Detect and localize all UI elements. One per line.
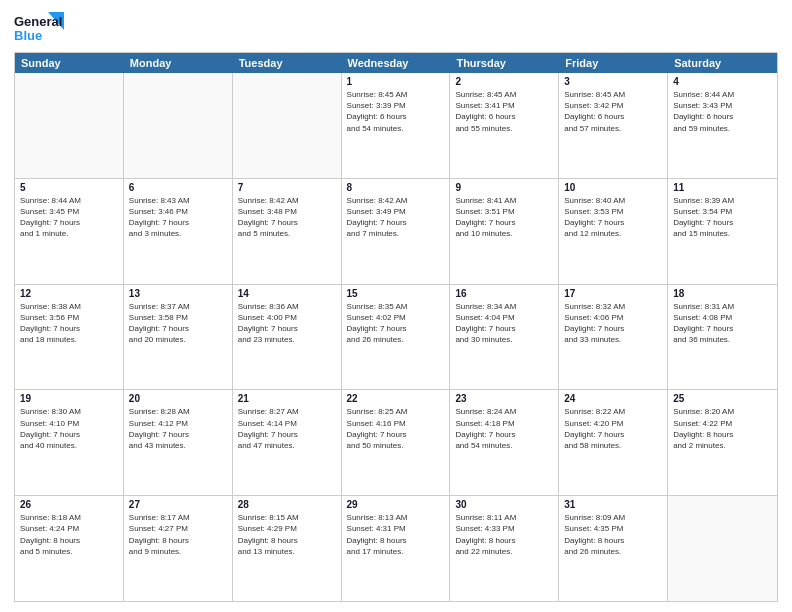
day-info: Sunrise: 8:31 AM Sunset: 4:08 PM Dayligh… xyxy=(673,301,772,346)
day-cell-3: 3Sunrise: 8:45 AM Sunset: 3:42 PM Daylig… xyxy=(559,73,668,178)
day-number: 27 xyxy=(129,499,227,510)
day-cell-25: 25Sunrise: 8:20 AM Sunset: 4:22 PM Dayli… xyxy=(668,390,777,495)
day-number: 31 xyxy=(564,499,662,510)
day-info: Sunrise: 8:25 AM Sunset: 4:16 PM Dayligh… xyxy=(347,406,445,451)
day-cell-28: 28Sunrise: 8:15 AM Sunset: 4:29 PM Dayli… xyxy=(233,496,342,601)
day-info: Sunrise: 8:20 AM Sunset: 4:22 PM Dayligh… xyxy=(673,406,772,451)
week-row-1: 1Sunrise: 8:45 AM Sunset: 3:39 PM Daylig… xyxy=(15,73,777,178)
day-header-saturday: Saturday xyxy=(668,53,777,73)
day-number: 22 xyxy=(347,393,445,404)
day-info: Sunrise: 8:36 AM Sunset: 4:00 PM Dayligh… xyxy=(238,301,336,346)
day-info: Sunrise: 8:42 AM Sunset: 3:49 PM Dayligh… xyxy=(347,195,445,240)
day-info: Sunrise: 8:37 AM Sunset: 3:58 PM Dayligh… xyxy=(129,301,227,346)
day-info: Sunrise: 8:30 AM Sunset: 4:10 PM Dayligh… xyxy=(20,406,118,451)
day-cell-12: 12Sunrise: 8:38 AM Sunset: 3:56 PM Dayli… xyxy=(15,285,124,390)
day-info: Sunrise: 8:17 AM Sunset: 4:27 PM Dayligh… xyxy=(129,512,227,557)
day-number: 11 xyxy=(673,182,772,193)
day-number: 7 xyxy=(238,182,336,193)
week-row-2: 5Sunrise: 8:44 AM Sunset: 3:45 PM Daylig… xyxy=(15,178,777,284)
logo-icon: GeneralBlue xyxy=(14,10,64,46)
day-info: Sunrise: 8:18 AM Sunset: 4:24 PM Dayligh… xyxy=(20,512,118,557)
day-cell-26: 26Sunrise: 8:18 AM Sunset: 4:24 PM Dayli… xyxy=(15,496,124,601)
day-number: 9 xyxy=(455,182,553,193)
day-number: 17 xyxy=(564,288,662,299)
day-info: Sunrise: 8:28 AM Sunset: 4:12 PM Dayligh… xyxy=(129,406,227,451)
day-cell-9: 9Sunrise: 8:41 AM Sunset: 3:51 PM Daylig… xyxy=(450,179,559,284)
day-cell-20: 20Sunrise: 8:28 AM Sunset: 4:12 PM Dayli… xyxy=(124,390,233,495)
day-cell-31: 31Sunrise: 8:09 AM Sunset: 4:35 PM Dayli… xyxy=(559,496,668,601)
day-cell-19: 19Sunrise: 8:30 AM Sunset: 4:10 PM Dayli… xyxy=(15,390,124,495)
day-info: Sunrise: 8:43 AM Sunset: 3:46 PM Dayligh… xyxy=(129,195,227,240)
day-number: 16 xyxy=(455,288,553,299)
day-cell-6: 6Sunrise: 8:43 AM Sunset: 3:46 PM Daylig… xyxy=(124,179,233,284)
day-info: Sunrise: 8:34 AM Sunset: 4:04 PM Dayligh… xyxy=(455,301,553,346)
day-cell-17: 17Sunrise: 8:32 AM Sunset: 4:06 PM Dayli… xyxy=(559,285,668,390)
day-number: 29 xyxy=(347,499,445,510)
day-cell-1: 1Sunrise: 8:45 AM Sunset: 3:39 PM Daylig… xyxy=(342,73,451,178)
day-cell-22: 22Sunrise: 8:25 AM Sunset: 4:16 PM Dayli… xyxy=(342,390,451,495)
week-row-4: 19Sunrise: 8:30 AM Sunset: 4:10 PM Dayli… xyxy=(15,389,777,495)
day-number: 6 xyxy=(129,182,227,193)
svg-text:General: General xyxy=(14,14,62,29)
day-cell-29: 29Sunrise: 8:13 AM Sunset: 4:31 PM Dayli… xyxy=(342,496,451,601)
day-cell-13: 13Sunrise: 8:37 AM Sunset: 3:58 PM Dayli… xyxy=(124,285,233,390)
day-header-thursday: Thursday xyxy=(450,53,559,73)
day-cell-8: 8Sunrise: 8:42 AM Sunset: 3:49 PM Daylig… xyxy=(342,179,451,284)
day-cell-30: 30Sunrise: 8:11 AM Sunset: 4:33 PM Dayli… xyxy=(450,496,559,601)
day-number: 23 xyxy=(455,393,553,404)
day-number: 19 xyxy=(20,393,118,404)
day-number: 25 xyxy=(673,393,772,404)
day-info: Sunrise: 8:09 AM Sunset: 4:35 PM Dayligh… xyxy=(564,512,662,557)
day-cell-24: 24Sunrise: 8:22 AM Sunset: 4:20 PM Dayli… xyxy=(559,390,668,495)
day-info: Sunrise: 8:39 AM Sunset: 3:54 PM Dayligh… xyxy=(673,195,772,240)
day-headers: SundayMondayTuesdayWednesdayThursdayFrid… xyxy=(15,53,777,73)
day-info: Sunrise: 8:45 AM Sunset: 3:39 PM Dayligh… xyxy=(347,89,445,134)
logo: GeneralBlue xyxy=(14,10,64,46)
day-cell-18: 18Sunrise: 8:31 AM Sunset: 4:08 PM Dayli… xyxy=(668,285,777,390)
day-cell-15: 15Sunrise: 8:35 AM Sunset: 4:02 PM Dayli… xyxy=(342,285,451,390)
day-number: 2 xyxy=(455,76,553,87)
day-cell-empty xyxy=(15,73,124,178)
day-info: Sunrise: 8:13 AM Sunset: 4:31 PM Dayligh… xyxy=(347,512,445,557)
calendar: SundayMondayTuesdayWednesdayThursdayFrid… xyxy=(14,52,778,602)
day-number: 12 xyxy=(20,288,118,299)
day-info: Sunrise: 8:32 AM Sunset: 4:06 PM Dayligh… xyxy=(564,301,662,346)
day-number: 15 xyxy=(347,288,445,299)
day-info: Sunrise: 8:27 AM Sunset: 4:14 PM Dayligh… xyxy=(238,406,336,451)
day-number: 8 xyxy=(347,182,445,193)
week-row-5: 26Sunrise: 8:18 AM Sunset: 4:24 PM Dayli… xyxy=(15,495,777,601)
day-header-tuesday: Tuesday xyxy=(233,53,342,73)
day-cell-empty xyxy=(668,496,777,601)
day-info: Sunrise: 8:11 AM Sunset: 4:33 PM Dayligh… xyxy=(455,512,553,557)
weeks: 1Sunrise: 8:45 AM Sunset: 3:39 PM Daylig… xyxy=(15,73,777,601)
day-info: Sunrise: 8:22 AM Sunset: 4:20 PM Dayligh… xyxy=(564,406,662,451)
day-number: 30 xyxy=(455,499,553,510)
day-number: 26 xyxy=(20,499,118,510)
day-info: Sunrise: 8:41 AM Sunset: 3:51 PM Dayligh… xyxy=(455,195,553,240)
day-number: 18 xyxy=(673,288,772,299)
day-cell-2: 2Sunrise: 8:45 AM Sunset: 3:41 PM Daylig… xyxy=(450,73,559,178)
day-cell-empty xyxy=(233,73,342,178)
day-cell-4: 4Sunrise: 8:44 AM Sunset: 3:43 PM Daylig… xyxy=(668,73,777,178)
day-cell-27: 27Sunrise: 8:17 AM Sunset: 4:27 PM Dayli… xyxy=(124,496,233,601)
day-header-wednesday: Wednesday xyxy=(342,53,451,73)
day-number: 4 xyxy=(673,76,772,87)
day-number: 5 xyxy=(20,182,118,193)
day-info: Sunrise: 8:44 AM Sunset: 3:43 PM Dayligh… xyxy=(673,89,772,134)
day-cell-21: 21Sunrise: 8:27 AM Sunset: 4:14 PM Dayli… xyxy=(233,390,342,495)
day-number: 14 xyxy=(238,288,336,299)
svg-text:Blue: Blue xyxy=(14,28,42,43)
day-cell-14: 14Sunrise: 8:36 AM Sunset: 4:00 PM Dayli… xyxy=(233,285,342,390)
day-info: Sunrise: 8:35 AM Sunset: 4:02 PM Dayligh… xyxy=(347,301,445,346)
day-number: 21 xyxy=(238,393,336,404)
day-number: 1 xyxy=(347,76,445,87)
page: GeneralBlue SundayMondayTuesdayWednesday… xyxy=(0,0,792,612)
day-info: Sunrise: 8:40 AM Sunset: 3:53 PM Dayligh… xyxy=(564,195,662,240)
day-header-friday: Friday xyxy=(559,53,668,73)
day-number: 20 xyxy=(129,393,227,404)
day-cell-23: 23Sunrise: 8:24 AM Sunset: 4:18 PM Dayli… xyxy=(450,390,559,495)
day-cell-11: 11Sunrise: 8:39 AM Sunset: 3:54 PM Dayli… xyxy=(668,179,777,284)
day-info: Sunrise: 8:24 AM Sunset: 4:18 PM Dayligh… xyxy=(455,406,553,451)
day-info: Sunrise: 8:44 AM Sunset: 3:45 PM Dayligh… xyxy=(20,195,118,240)
day-cell-empty xyxy=(124,73,233,178)
